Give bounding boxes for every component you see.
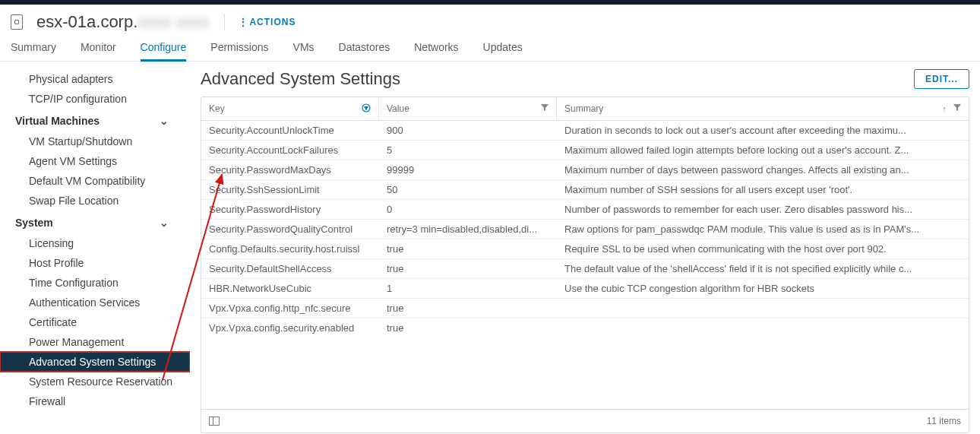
sidebar-item[interactable]: Time Configuration [0,273,190,293]
table-row[interactable]: Security.AccountLockFailures5Maximum all… [201,141,969,160]
content-pane: Advanced System Settings EDIT... Key Val… [190,62,980,433]
tab-vms[interactable]: VMs [293,41,315,61]
tab-summary[interactable]: Summary [11,41,56,61]
tab-permissions[interactable]: Permissions [210,41,268,61]
sidebar-item[interactable]: TCP/IP configuration [0,89,190,109]
column-toggle-icon[interactable] [209,417,220,426]
cell-value: 50 [379,180,557,199]
col-header-summary[interactable]: Summary ↑ [557,97,969,120]
sidebar-item[interactable]: Swap File Location [0,191,190,211]
sidebar-item[interactable]: Default VM Compatibility [0,171,190,191]
col-key-label: Key [209,103,225,114]
host-icon [11,14,23,30]
sidebar-item[interactable]: VM Startup/Shutdown [0,131,190,151]
cell-key: HBR.NetworkUseCubic [201,279,379,298]
sidebar-group-label: System [15,217,53,229]
cell-key: Security.AccountUnlockTime [201,121,379,140]
cell-key: Security.DefaultShellAccess [201,259,379,278]
cell-summary: The default value of the 'shellAccess' f… [557,259,969,278]
table-row[interactable]: Security.AccountUnlockTime900Duration in… [201,121,969,141]
sidebar-item[interactable]: System Resource Reservation [0,372,190,391]
tab-configure[interactable]: Configure [141,41,187,61]
filter-icon[interactable] [953,104,961,113]
sidebar-item[interactable]: Host Profile [0,253,190,273]
tab-bar: SummaryMonitorConfigurePermissionsVMsDat… [0,36,980,62]
cell-summary [557,299,969,318]
sidebar-group-label: Virtual Machines [15,115,100,127]
sidebar-item[interactable]: Advanced System Settings [0,352,190,372]
header: esx-01a.corp.xxxx xxxx ⋮ ACTIONS [0,5,980,36]
table-row[interactable]: Security.PasswordMaxDays99999Maximum num… [201,160,969,180]
sidebar-item[interactable]: Firewall [0,391,190,411]
cell-value: true [379,299,557,318]
host-name-visible: esx-01a.corp. [36,12,138,31]
tab-monitor[interactable]: Monitor [81,41,116,61]
separator [224,14,225,30]
cell-summary: Use the cubic TCP congestion algorithm f… [557,279,969,298]
cell-summary: Number of passwords to remember for each… [557,200,969,219]
sidebar-group[interactable]: Virtual Machines⌄ [0,109,190,131]
chevron-down-icon: ⌄ [160,217,169,229]
filter-icon[interactable] [541,104,548,113]
sidebar-item[interactable]: Power Management [0,332,190,352]
col-value-label: Value [387,103,409,114]
cell-value: retry=3 min=disabled,disabled,di... [379,220,557,239]
cell-key: Vpx.Vpxa.config.security.enabled [201,318,379,337]
table-row[interactable]: Security.DefaultShellAccesstrueThe defau… [201,259,969,279]
cell-value: true [379,318,557,337]
cell-key: Config.Defaults.security.host.ruissl [201,239,379,258]
cell-summary: Maximum number of days between password … [557,160,969,179]
content-header: Advanced System Settings EDIT... [201,69,969,89]
sidebar-group[interactable]: System⌄ [0,211,190,233]
actions-label: ACTIONS [249,17,296,27]
table-row[interactable]: Config.Defaults.security.host.ruissltrue… [201,239,969,259]
sidebar-item[interactable]: Authentication Services [0,293,190,312]
table-row[interactable]: HBR.NetworkUseCubic1Use the cubic TCP co… [201,279,969,299]
cell-summary: Duration in seconds to lock out a user's… [557,121,969,140]
settings-table: Key Value Summary ↑ [201,97,969,433]
table-body: Security.AccountUnlockTime900Duration in… [201,121,969,409]
sidebar: Physical adaptersTCP/IP configurationVir… [0,62,190,433]
sort-up-icon[interactable]: ↑ [942,104,947,113]
table-row[interactable]: Vpx.Vpxa.config.security.enabledtrue [201,318,969,337]
actions-menu[interactable]: ⋮ ACTIONS [239,17,296,27]
cell-key: Security.PasswordHistory [201,200,379,219]
edit-button[interactable]: EDIT... [914,69,969,89]
table-row[interactable]: Security.PasswordQualityControlretry=3 m… [201,220,969,239]
table-row[interactable]: Security.SshSessionLimit50Maximum number… [201,180,969,200]
table-row[interactable]: Vpx.Vpxa.config.http_nfc.securetrue [201,299,969,318]
cell-key: Security.PasswordQualityControl [201,220,379,239]
table-row[interactable]: Security.PasswordHistory0Number of passw… [201,200,969,220]
table-header: Key Value Summary ↑ [201,97,969,121]
chevron-down-icon: ⌄ [160,115,169,127]
row-count: 11 items [927,416,961,426]
tab-datastores[interactable]: Datastores [339,41,390,61]
host-title: esx-01a.corp.xxxx xxxx [36,12,209,32]
cell-key: Vpx.Vpxa.config.http_nfc.secure [201,299,379,318]
cell-value: 99999 [379,160,557,179]
sidebar-item[interactable]: Licensing [0,233,190,253]
table-footer: 11 items [201,409,969,432]
tab-networks[interactable]: Networks [414,41,458,61]
tab-updates[interactable]: Updates [483,41,523,61]
col-summary-label: Summary [564,103,603,114]
col-header-value[interactable]: Value [379,97,557,120]
cell-key: Security.PasswordMaxDays [201,160,379,179]
cell-value: 5 [379,141,557,160]
cell-value: 900 [379,121,557,140]
kebab-icon: ⋮ [239,17,246,27]
sidebar-item[interactable]: Physical adapters [0,69,190,89]
cell-summary: Maximum number of SSH sessions for all u… [557,180,969,199]
cell-summary: Raw options for pam_passwdqc PAM module.… [557,220,969,239]
col-header-key[interactable]: Key [201,97,379,120]
cell-value: true [379,259,557,278]
host-name-blurred: xxxx xxxx [138,12,209,31]
cell-key: Security.AccountLockFailures [201,141,379,160]
cell-summary [557,318,969,337]
cell-value: true [379,239,557,258]
cell-summary: Require SSL to be used when communicatin… [557,239,969,258]
cell-value: 1 [379,279,557,298]
sidebar-item[interactable]: Certificate [0,312,190,332]
sidebar-item[interactable]: Agent VM Settings [0,151,190,171]
filter-icon[interactable] [362,103,371,114]
